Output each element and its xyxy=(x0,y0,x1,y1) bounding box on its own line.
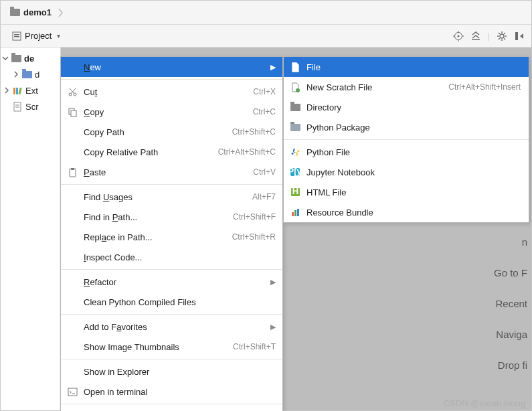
submenu-label: Resource Bundle xyxy=(306,208,521,218)
submenu-python-package[interactable]: Python Package xyxy=(284,117,529,137)
chevron-right-icon xyxy=(13,71,19,78)
svg-rect-2 xyxy=(14,36,19,37)
chevron-right-icon: ▶ xyxy=(268,323,276,331)
svg-line-18 xyxy=(504,33,505,34)
shortcut: Ctrl+Shift+C xyxy=(232,127,276,137)
breadcrumb-label: demo1 xyxy=(23,7,52,17)
submenu-resource-bundle[interactable]: Resource Bundle xyxy=(284,202,529,222)
new-submenu: File New Scratch File Ctrl+Alt+Shift+Ins… xyxy=(283,56,529,223)
submenu-file[interactable]: File xyxy=(284,57,529,77)
terminal-icon xyxy=(66,387,78,397)
menu-label: Replace in Path... xyxy=(84,232,232,242)
hide-icon[interactable] xyxy=(514,31,525,42)
separator xyxy=(61,269,282,270)
hint-text: Naviga xyxy=(496,319,531,350)
chevron-right-icon xyxy=(3,87,10,94)
separator xyxy=(61,314,282,315)
menu-copy-path[interactable]: Copy Path Ctrl+Shift+C xyxy=(61,122,282,142)
project-tree-sidebar[interactable]: de d Ext Scr xyxy=(1,48,61,410)
menu-local-history[interactable]: Local History ▶ xyxy=(61,406,282,411)
menu-label: Add to Favorites xyxy=(84,322,268,332)
submenu-label: HTML File xyxy=(306,187,521,197)
collapse-all-icon[interactable] xyxy=(470,31,481,42)
menu-label: Copy Relative Path xyxy=(84,147,218,157)
svg-rect-1 xyxy=(14,34,19,35)
submenu-label: File xyxy=(306,62,521,72)
menu-show-thumbnails[interactable]: Show Image Thumbnails Ctrl+Shift+T xyxy=(61,337,282,357)
chevron-right-icon xyxy=(58,8,64,17)
shortcut: Ctrl+Shift+T xyxy=(233,342,276,351)
menu-refactor[interactable]: Refactor ▶ xyxy=(61,272,282,292)
chevron-down-icon xyxy=(2,55,9,62)
menu-label: Show Image Thumbnails xyxy=(84,342,233,352)
svg-rect-33 xyxy=(71,168,74,170)
submenu-html-file[interactable]: H HTML File xyxy=(284,182,529,202)
menu-add-favorites[interactable]: Add to Favorites ▶ xyxy=(61,317,282,337)
menu-copy[interactable]: Copy Ctrl+C xyxy=(61,102,282,122)
html-file-icon: H xyxy=(289,187,301,197)
submenu-scratch[interactable]: New Scratch File Ctrl+Alt+Shift+Insert xyxy=(284,77,529,97)
shortcut: Ctrl+Alt+Shift+Insert xyxy=(448,82,521,92)
menu-replace-in-path[interactable]: Replace in Path... Ctrl+Shift+R xyxy=(61,227,282,247)
submenu-python-file[interactable]: Python File xyxy=(284,142,529,162)
folder-icon xyxy=(11,55,21,62)
paste-icon xyxy=(66,167,78,177)
svg-rect-34 xyxy=(68,388,77,396)
folder-icon xyxy=(10,9,20,16)
shortcut: Alt+F7 xyxy=(252,192,276,201)
submenu-directory[interactable]: Directory xyxy=(284,97,529,117)
menu-show-explorer[interactable]: Show in Explorer xyxy=(61,361,282,382)
menu-label: Clean Python Compiled Files xyxy=(84,297,276,307)
tree-label: de xyxy=(24,54,34,64)
svg-point-10 xyxy=(500,34,504,38)
menu-open-terminal[interactable]: Open in terminal xyxy=(61,382,282,402)
copy-icon xyxy=(66,107,78,117)
menu-label: Refactor xyxy=(84,277,268,287)
svg-rect-43 xyxy=(297,209,299,216)
separator xyxy=(61,404,282,404)
library-icon xyxy=(13,86,23,95)
context-menu: New ▶ Cut Ctrl+X Copy Ctrl+C Copy Path C… xyxy=(60,56,283,411)
tree-label: Ext xyxy=(25,86,38,96)
tree-label: d xyxy=(35,70,39,80)
menu-label: Copy Path xyxy=(84,127,232,137)
menu-label: Inspect Code... xyxy=(84,252,276,262)
menu-cut[interactable]: Cut Ctrl+X xyxy=(61,82,282,102)
svg-rect-42 xyxy=(294,210,296,216)
hint-text: Recent xyxy=(495,289,531,319)
menu-label: Copy xyxy=(84,107,253,117)
breadcrumb-item-project[interactable]: demo1 xyxy=(6,5,56,20)
separator xyxy=(61,79,282,80)
shortcut: Ctrl+Shift+F xyxy=(233,212,276,222)
svg-point-36 xyxy=(296,88,300,92)
separator xyxy=(61,359,282,359)
menu-clean-pyc[interactable]: Clean Python Compiled Files xyxy=(61,292,282,312)
file-icon xyxy=(289,62,301,72)
tree-root[interactable]: de xyxy=(1,50,60,66)
chevron-down-icon: ▾ xyxy=(54,32,60,39)
menu-find-in-path[interactable]: Find in Path... Ctrl+Shift+F xyxy=(61,207,282,227)
svg-text:IP[y]: IP[y] xyxy=(290,167,300,176)
shortcut: Ctrl+Alt+Shift+C xyxy=(218,147,276,157)
menu-paste[interactable]: Paste Ctrl+V xyxy=(61,162,282,182)
menu-new[interactable]: New ▶ xyxy=(61,57,282,77)
hint-text: n xyxy=(522,227,531,258)
python-file-icon xyxy=(289,147,301,157)
menu-find-usages[interactable]: Find Usages Alt+F7 xyxy=(61,187,282,207)
menu-copy-relative-path[interactable]: Copy Relative Path Ctrl+Alt+Shift+C xyxy=(61,142,282,162)
tree-child[interactable]: d xyxy=(1,66,60,82)
jupyter-icon: IP[y] xyxy=(289,167,301,177)
scratch-file-icon xyxy=(289,82,301,92)
target-icon[interactable] xyxy=(453,31,464,42)
menu-inspect-code[interactable]: Inspect Code... xyxy=(61,247,282,267)
tree-scratches[interactable]: Scr xyxy=(1,98,60,114)
submenu-jupyter[interactable]: IP[y] Jupyter Notebook xyxy=(284,162,529,182)
scissors-icon xyxy=(66,87,78,97)
tree-external[interactable]: Ext xyxy=(1,82,60,98)
project-view-selector[interactable]: Project ▾ xyxy=(7,28,64,44)
tree-label: Scr xyxy=(25,102,39,112)
menu-label: Open in terminal xyxy=(84,387,276,397)
menu-label: Find Usages xyxy=(84,192,252,202)
resource-bundle-icon xyxy=(289,208,301,218)
gear-icon[interactable] xyxy=(497,31,507,42)
